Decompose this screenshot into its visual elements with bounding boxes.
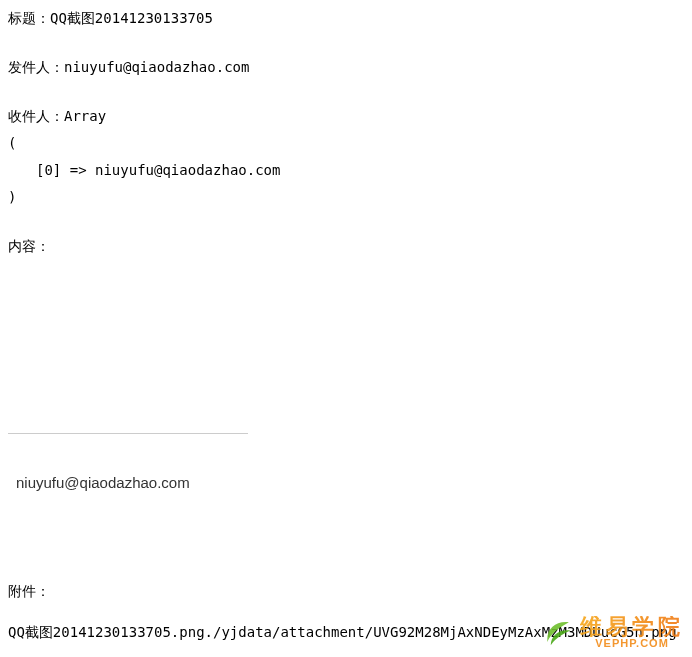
- from-value: niuyufu@qiaodazhao.com: [64, 59, 249, 75]
- to-entry-value: niuyufu@qiaodazhao.com: [95, 162, 280, 178]
- content-body: [8, 263, 684, 423]
- subject-line: 标题：QQ截图20141230133705: [8, 8, 684, 29]
- to-entry: [0] => niuyufu@qiaodazhao.com: [8, 160, 684, 181]
- to-open-paren: (: [8, 133, 684, 154]
- watermark-en: VEPHP.COM: [595, 638, 669, 649]
- watermark-cn: 维易学院: [580, 616, 684, 638]
- signature-email: niuyufu@qiaodazhao.com: [8, 474, 684, 491]
- to-entry-arrow: =>: [61, 162, 95, 178]
- content-label: 内容：: [8, 236, 684, 257]
- divider: [8, 433, 248, 434]
- to-close-paren: ): [8, 187, 684, 208]
- to-entry-key: [0]: [36, 162, 61, 178]
- to-line: 收件人：Array: [8, 106, 684, 127]
- leaf-icon: [544, 619, 574, 647]
- to-label: 收件人：: [8, 108, 64, 124]
- watermark-text: 维易学院 VEPHP.COM: [580, 616, 684, 649]
- from-label: 发件人：: [8, 59, 64, 75]
- attachment-label: 附件：: [8, 581, 684, 602]
- watermark: 维易学院 VEPHP.COM: [544, 616, 684, 649]
- to-type: Array: [64, 108, 106, 124]
- from-line: 发件人：niuyufu@qiaodazhao.com: [8, 57, 684, 78]
- subject-value: QQ截图20141230133705: [50, 10, 213, 26]
- subject-label: 标题：: [8, 10, 50, 26]
